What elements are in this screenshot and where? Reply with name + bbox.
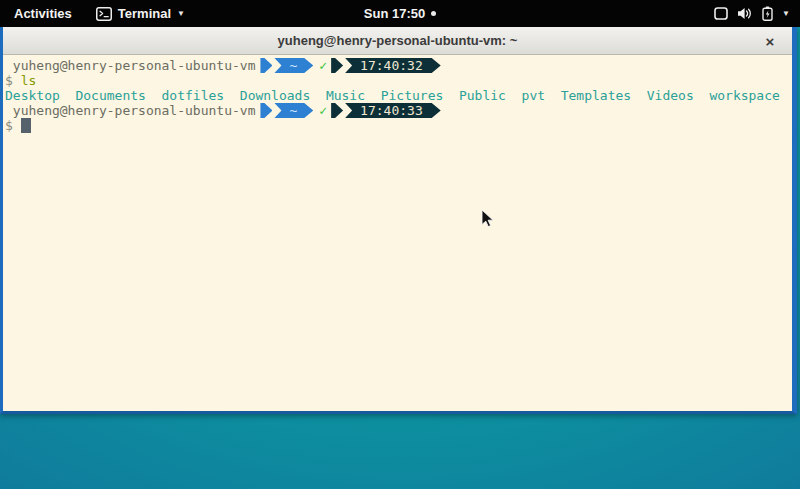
- desktop: Activities Terminal ▼ Sun 17:50: [0, 0, 800, 489]
- ls-output: Desktop Documents dotfiles Downloads Mus…: [5, 88, 792, 103]
- display-icon: [714, 7, 728, 20]
- volume-icon: [737, 7, 753, 20]
- terminal-app-icon: [96, 7, 112, 21]
- powerline-arrow-icon: [260, 103, 272, 118]
- prompt-path-segment: ~: [274, 103, 313, 118]
- check-icon: ✓: [319, 103, 327, 118]
- chevron-down-icon: ▼: [782, 10, 790, 18]
- text-cursor: [21, 118, 31, 133]
- command-line: $ ls: [5, 73, 792, 88]
- clock[interactable]: Sun 17:50: [364, 6, 425, 21]
- prompt-line-2: yuheng@henry-personal-ubuntu-vm ~ ✓ 17:4…: [5, 103, 792, 118]
- terminal-content[interactable]: yuheng@henry-personal-ubuntu-vm ~ ✓ 17:4…: [3, 55, 792, 411]
- app-menu-label: Terminal: [118, 6, 171, 21]
- window-title: yuheng@henry-personal-ubuntu-vm: ~: [278, 33, 518, 48]
- close-button[interactable]: ×: [760, 31, 780, 51]
- terminal-window: yuheng@henry-personal-ubuntu-vm: ~ × yuh…: [0, 27, 797, 414]
- powerline-arrow-icon: [331, 103, 343, 118]
- prompt-dollar: $: [5, 118, 13, 133]
- battery-charging-icon: [762, 6, 773, 21]
- prompt-time-segment: 17:40:32: [345, 58, 441, 73]
- check-icon: ✓: [319, 58, 327, 73]
- system-status-area[interactable]: ▼: [704, 0, 800, 27]
- chevron-down-icon: ▼: [177, 10, 185, 18]
- prompt-time-segment: 17:40:33: [345, 103, 441, 118]
- typed-command: ls: [21, 73, 37, 88]
- mouse-cursor-icon: [481, 209, 494, 228]
- activities-button[interactable]: Activities: [0, 0, 86, 27]
- prompt-dollar: $: [5, 73, 13, 88]
- prompt-host: yuheng@henry-personal-ubuntu-vm: [5, 58, 255, 73]
- gnome-top-bar: Activities Terminal ▼ Sun 17:50: [0, 0, 800, 27]
- powerline-arrow-icon: [331, 58, 343, 73]
- prompt-host: yuheng@henry-personal-ubuntu-vm: [5, 103, 255, 118]
- app-menu-terminal[interactable]: Terminal ▼: [86, 0, 195, 27]
- notification-dot: [431, 11, 436, 16]
- prompt-path-segment: ~: [274, 58, 313, 73]
- prompt-line-1: yuheng@henry-personal-ubuntu-vm ~ ✓ 17:4…: [5, 58, 792, 73]
- powerline-arrow-icon: [260, 58, 272, 73]
- window-titlebar[interactable]: yuheng@henry-personal-ubuntu-vm: ~ ×: [3, 27, 792, 55]
- input-line[interactable]: $: [5, 118, 792, 133]
